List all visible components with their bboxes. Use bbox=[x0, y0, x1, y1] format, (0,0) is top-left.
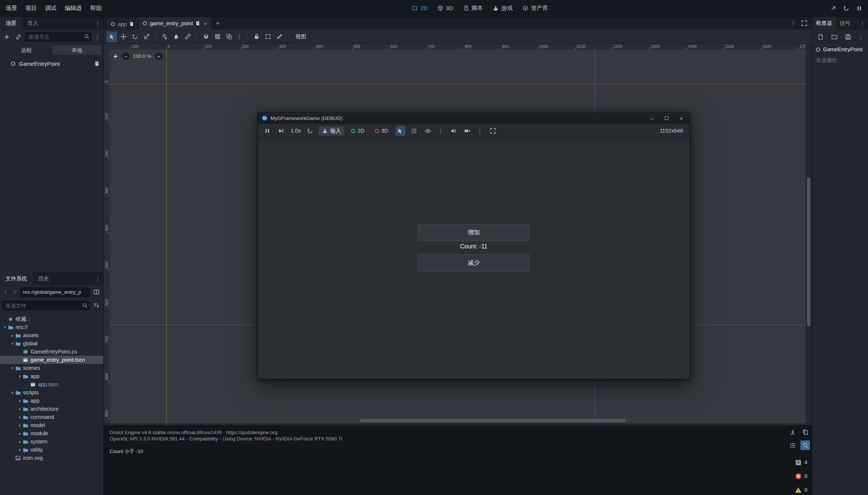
scene-tab-app[interactable]: app bbox=[107, 18, 138, 30]
camera-options-icon[interactable]: ⋮ bbox=[476, 126, 484, 135]
game-options-icon[interactable]: ⋮ bbox=[437, 126, 445, 135]
mode-3d-toggle[interactable]: 3D bbox=[372, 127, 392, 135]
scene-root-node[interactable]: GameEntryPoint bbox=[0, 59, 103, 68]
path-input[interactable] bbox=[20, 287, 90, 297]
restart-button[interactable] bbox=[841, 3, 851, 13]
selection-list-button[interactable] bbox=[159, 32, 170, 42]
workspace-script[interactable]: 脚本 bbox=[463, 4, 483, 12]
script-icon[interactable] bbox=[129, 22, 134, 27]
fs-tree-item[interactable]: GameEntryPoint.cs bbox=[0, 348, 103, 356]
input-mode-toggle[interactable]: 输入 bbox=[319, 126, 344, 136]
canvas-vertical-scrollbar[interactable] bbox=[806, 50, 812, 423]
scrollbar-thumb[interactable] bbox=[807, 177, 810, 326]
expand-arrow[interactable]: ▸ bbox=[17, 447, 23, 452]
expand-arrow[interactable]: ▸ bbox=[17, 415, 23, 420]
ruler-tool-button[interactable] bbox=[182, 32, 193, 42]
fs-tree-item[interactable]: ▸utility bbox=[0, 446, 103, 454]
fs-tree-item[interactable]: ▸model bbox=[0, 421, 103, 429]
copy-log-button[interactable] bbox=[800, 427, 810, 437]
add-node-button[interactable] bbox=[2, 32, 12, 42]
fs-tree-item[interactable]: ▾scenes bbox=[0, 364, 103, 372]
distraction-free-icon[interactable] bbox=[801, 20, 807, 26]
tab-import[interactable]: 导入 bbox=[22, 17, 44, 30]
search-log-button[interactable] bbox=[800, 440, 810, 450]
snap-options-icon[interactable]: ⋮ bbox=[235, 32, 243, 41]
fs-tree-item[interactable]: icon.svg bbox=[0, 454, 103, 462]
grid-snap-button[interactable] bbox=[212, 32, 223, 42]
select-tool-button[interactable] bbox=[107, 32, 117, 42]
group-node-button[interactable] bbox=[263, 32, 273, 42]
new-scene-tab-button[interactable]: + bbox=[213, 19, 223, 28]
expand-arrow[interactable]: ▾ bbox=[10, 341, 15, 346]
instance-scene-button[interactable] bbox=[13, 32, 23, 42]
tab-history[interactable]: 历史 bbox=[33, 272, 55, 285]
tab-list-menu-icon[interactable]: ⋮ bbox=[789, 19, 797, 27]
pan-tool-button[interactable] bbox=[171, 32, 181, 42]
scale-tool-button[interactable] bbox=[141, 32, 152, 42]
history-forward-button[interactable]: › bbox=[11, 288, 18, 297]
workspace-game[interactable]: 游戏 bbox=[493, 4, 513, 12]
messages-counter[interactable]: 4 bbox=[795, 458, 809, 467]
expand-arrow[interactable]: ▸ bbox=[17, 423, 23, 428]
expand-arrow[interactable]: ▸ bbox=[17, 407, 23, 411]
visibility-button[interactable] bbox=[423, 126, 433, 136]
fs-tree-item[interactable]: ▸command bbox=[0, 413, 103, 421]
history-back-button[interactable]: ‹ bbox=[2, 288, 9, 297]
save-resource-button[interactable] bbox=[843, 32, 853, 42]
game-window[interactable]: MyGFrameworkGame (DEBUG) – × 1.0x 输入 2D bbox=[258, 112, 690, 379]
pause-button[interactable] bbox=[854, 3, 864, 13]
scene-tab-game-entry-point[interactable]: game_entry_point × bbox=[139, 17, 211, 30]
mode-2d-toggle[interactable]: 2D bbox=[348, 127, 368, 135]
fs-tree-item[interactable]: ▾scripts bbox=[0, 388, 103, 397]
tab-inspector[interactable]: 检查器 bbox=[812, 17, 836, 30]
local-button[interactable]: 本地 bbox=[52, 45, 102, 55]
menu-scene[interactable]: 场景 bbox=[1, 0, 21, 16]
expand-arrow[interactable]: ▸ bbox=[17, 431, 23, 436]
load-resource-button[interactable] bbox=[829, 32, 839, 42]
fs-tree-item[interactable]: ▸module bbox=[0, 429, 103, 437]
filesystem-menu-icon[interactable]: ⋮ bbox=[94, 274, 102, 283]
zoom-out-button[interactable]: − bbox=[122, 52, 130, 60]
camera-override-button[interactable] bbox=[462, 126, 472, 136]
fs-tree-item[interactable]: ▸architecture bbox=[0, 405, 103, 413]
expand-arrow[interactable]: ▾ bbox=[2, 325, 8, 330]
menu-editor[interactable]: 编辑器 bbox=[61, 0, 86, 16]
tab-signals[interactable]: 信号 bbox=[836, 17, 854, 30]
fs-tree-item[interactable]: ▸assets bbox=[0, 331, 103, 339]
expand-arrow[interactable]: ▸ bbox=[10, 333, 15, 338]
tab-filesystem[interactable]: 文件系统 bbox=[0, 272, 33, 285]
expand-arrow[interactable]: ▸ bbox=[17, 398, 23, 403]
fs-tree-item[interactable]: 收藏： bbox=[0, 315, 103, 323]
speed-scale-label[interactable]: 1.0x bbox=[290, 128, 301, 134]
remote-button[interactable]: 远程 bbox=[2, 45, 51, 55]
lock-node-button[interactable] bbox=[251, 32, 262, 42]
fs-tree-item[interactable]: ▾global bbox=[0, 339, 103, 348]
close-tab-icon[interactable]: × bbox=[204, 20, 207, 27]
reset-speed-button[interactable] bbox=[305, 126, 315, 136]
errors-counter[interactable]: 0 bbox=[795, 472, 809, 481]
decrease-button[interactable]: 减少 bbox=[418, 254, 529, 271]
filter-properties-input[interactable]: 筛选属性 bbox=[812, 55, 868, 66]
split-view-button[interactable] bbox=[91, 287, 101, 297]
move-tool-button[interactable] bbox=[118, 32, 129, 42]
node-list-button[interactable] bbox=[409, 126, 419, 136]
fs-tree-item[interactable]: game_entry_point.tscn bbox=[0, 356, 103, 364]
expand-arrow[interactable]: ▾ bbox=[10, 390, 15, 395]
script-icon[interactable] bbox=[195, 21, 200, 26]
sort-files-button[interactable] bbox=[91, 300, 101, 310]
expand-arrow[interactable]: ▸ bbox=[17, 439, 23, 444]
collapse-messages-button[interactable] bbox=[788, 440, 797, 450]
scene-tree-menu-icon[interactable]: ⋮ bbox=[93, 32, 101, 41]
canvas-horizontal-scrollbar[interactable] bbox=[360, 419, 626, 422]
fs-tree-item[interactable]: app.tscn bbox=[0, 380, 103, 388]
inspected-node[interactable]: GameEntryPoint bbox=[812, 44, 868, 55]
zoom-in-button[interactable]: + bbox=[155, 52, 163, 60]
pick-node-button[interactable] bbox=[395, 126, 405, 136]
scroll-to-bottom-button[interactable] bbox=[788, 427, 797, 437]
warnings-counter[interactable]: 0 bbox=[795, 485, 809, 494]
new-resource-button[interactable] bbox=[816, 32, 826, 42]
rotate-tool-button[interactable] bbox=[130, 32, 140, 42]
fs-tree-item[interactable]: ▾res:// bbox=[0, 323, 103, 331]
next-frame-button[interactable] bbox=[276, 126, 286, 136]
view-menu[interactable]: 视图 bbox=[292, 33, 309, 40]
